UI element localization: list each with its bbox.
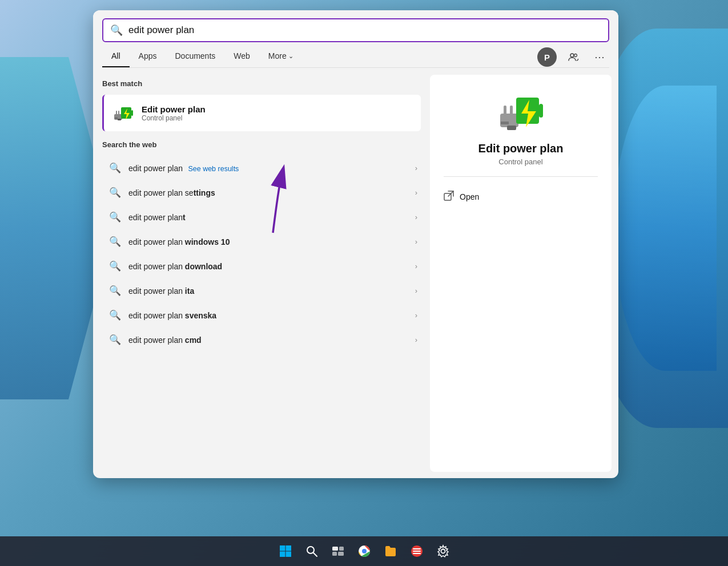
search-input[interactable] xyxy=(128,25,601,36)
web-search-item-8[interactable]: 🔍 edit power plan cmd › xyxy=(102,328,425,352)
tabs-icons: P ⋯ xyxy=(537,47,609,67)
search-web-icon-2: 🔍 xyxy=(108,187,122,199)
windows-logo-icon xyxy=(279,545,292,557)
web-search-item-3[interactable]: 🔍 edit power plant › xyxy=(102,205,425,229)
svg-rect-21 xyxy=(285,545,291,551)
search-popup: 🔍 All Apps Documents Web More ⌄ P ⋯ xyxy=(93,10,618,478)
right-app-title: Edit power plan xyxy=(478,142,564,155)
open-action[interactable]: Open xyxy=(444,186,598,208)
chevron-right-icon-4: › xyxy=(415,237,417,246)
best-match-subtitle: Control panel xyxy=(142,114,206,122)
web-search-item-7[interactable]: 🔍 edit power plan svenska › xyxy=(102,303,425,328)
svg-rect-33 xyxy=(413,548,421,549)
opera-icon xyxy=(410,544,424,558)
best-match-label: Best match xyxy=(102,77,430,92)
open-icon xyxy=(444,191,454,203)
svg-rect-32 xyxy=(413,551,421,552)
svg-rect-9 xyxy=(118,119,121,120)
svg-rect-25 xyxy=(332,547,338,551)
right-app-icon xyxy=(498,88,544,134)
settings-gear-icon xyxy=(436,544,450,558)
svg-rect-10 xyxy=(500,114,518,127)
svg-point-0 xyxy=(570,54,574,57)
search-web-icon-6: 🔍 xyxy=(108,285,122,297)
best-match-icon xyxy=(112,102,135,124)
web-search-item-4[interactable]: 🔍 edit power plan windows 10 › xyxy=(102,229,425,254)
more-options-btn[interactable]: ⋯ xyxy=(590,47,609,67)
search-web-icon-4: 🔍 xyxy=(108,236,122,248)
taskbar-files-btn[interactable] xyxy=(379,540,402,563)
tab-web[interactable]: Web xyxy=(224,47,259,67)
search-icon: 🔍 xyxy=(110,24,123,37)
svg-point-35 xyxy=(441,549,445,553)
web-search-item-1[interactable]: 🔍 edit power plan See web results › xyxy=(102,156,425,180)
svg-rect-26 xyxy=(339,547,344,551)
svg-rect-12 xyxy=(510,106,513,116)
svg-rect-3 xyxy=(116,111,117,115)
files-icon xyxy=(384,544,397,558)
search-web-icon-3: 🔍 xyxy=(108,211,122,223)
user-avatar[interactable]: P xyxy=(537,47,557,67)
power-plan-icon xyxy=(113,103,134,123)
right-divider xyxy=(444,176,598,177)
chevron-right-icon-2: › xyxy=(415,188,417,197)
taskbar-search-icon xyxy=(305,545,318,557)
svg-rect-15 xyxy=(539,104,543,118)
taskbar-search-icon-btn[interactable] xyxy=(300,540,323,563)
search-web-icon-7: 🔍 xyxy=(108,309,122,321)
chevron-right-icon-7: › xyxy=(415,311,417,320)
content-area: Best match xyxy=(93,68,618,478)
best-match-title: Edit power plan xyxy=(142,104,206,114)
tab-more[interactable]: More ⌄ xyxy=(259,47,303,67)
background-shape-right2 xyxy=(614,86,717,371)
web-search-item-2[interactable]: 🔍 edit power plan settings › xyxy=(102,180,425,205)
best-match-item[interactable]: Edit power plan Control panel xyxy=(102,95,421,131)
svg-rect-20 xyxy=(280,545,285,551)
chevron-right-icon-5: › xyxy=(415,262,417,270)
chevron-right-icon-6: › xyxy=(415,286,417,295)
svg-rect-17 xyxy=(507,126,516,130)
svg-rect-4 xyxy=(118,111,119,115)
svg-point-1 xyxy=(574,54,577,57)
tab-all[interactable]: All xyxy=(102,47,130,67)
svg-point-30 xyxy=(362,549,367,553)
svg-rect-34 xyxy=(413,553,421,554)
tabs-row: All Apps Documents Web More ⌄ P ⋯ xyxy=(93,42,618,67)
svg-rect-22 xyxy=(280,552,285,557)
people-icon-btn[interactable] xyxy=(564,47,583,67)
svg-rect-23 xyxy=(285,552,291,557)
search-web-icon-5: 🔍 xyxy=(108,260,122,272)
chevron-down-icon: ⌄ xyxy=(288,52,293,60)
tab-documents[interactable]: Documents xyxy=(166,47,224,67)
ellipsis-icon: ⋯ xyxy=(594,51,605,63)
web-search-item-6[interactable]: 🔍 edit power plan ita › xyxy=(102,278,425,303)
svg-rect-27 xyxy=(332,552,337,556)
open-label: Open xyxy=(460,192,479,201)
svg-rect-5 xyxy=(115,118,118,119)
right-power-plan-icon xyxy=(498,88,544,134)
taskbar-opera-btn[interactable] xyxy=(405,540,428,563)
right-app-subtitle: Control panel xyxy=(498,157,542,166)
search-bar: 🔍 xyxy=(102,18,609,42)
web-search-text-7: edit power plan svenska xyxy=(128,311,408,320)
web-search-label: Search the web xyxy=(102,138,430,153)
taskbar-taskview-btn[interactable] xyxy=(327,540,349,563)
chevron-right-icon-8: › xyxy=(415,335,417,344)
taskbar xyxy=(0,536,728,566)
taskbar-windows-icon[interactable] xyxy=(274,540,297,563)
best-match-text: Edit power plan Control panel xyxy=(142,104,206,122)
tab-apps[interactable]: Apps xyxy=(130,47,166,67)
taskview-icon xyxy=(332,545,344,557)
web-search-text-3: edit power plant xyxy=(128,213,408,222)
web-search-text-6: edit power plan ita xyxy=(128,286,408,296)
taskbar-settings-btn[interactable] xyxy=(432,540,455,563)
search-web-icon-8: 🔍 xyxy=(108,334,122,346)
right-panel: Edit power plan Control panel Open xyxy=(430,75,612,472)
search-web-icon-1: 🔍 xyxy=(108,162,122,174)
web-search-text-8: edit power plan cmd xyxy=(128,335,408,345)
web-search-text-5: edit power plan download xyxy=(128,262,408,271)
svg-rect-7 xyxy=(131,110,133,116)
external-link-icon xyxy=(444,191,454,201)
web-search-item-5[interactable]: 🔍 edit power plan download › xyxy=(102,254,425,278)
taskbar-chrome-btn[interactable] xyxy=(353,540,376,563)
